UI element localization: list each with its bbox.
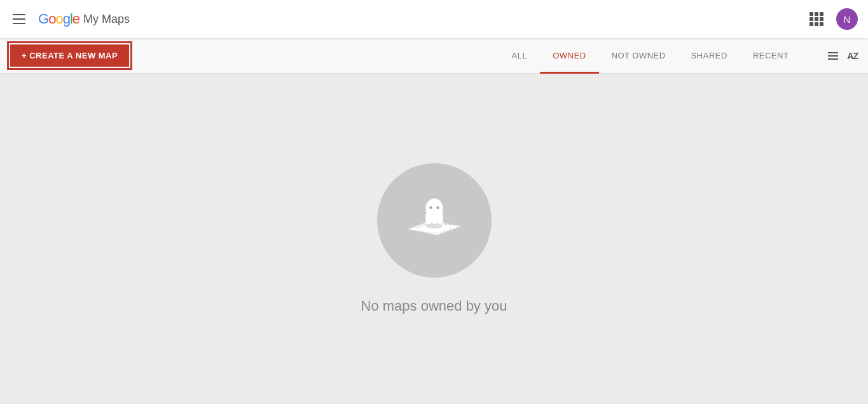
app-name: My Maps [83, 13, 130, 26]
sort-az-icon[interactable]: AZ [847, 51, 858, 61]
toolbar: + CREATE A NEW MAP ALL OWNED NOT OWNED S… [0, 38, 868, 74]
tab-shared[interactable]: SHARED [679, 38, 740, 74]
app-header: Google My Maps N [0, 0, 868, 38]
apps-icon[interactable] [809, 12, 823, 26]
svg-rect-6 [425, 213, 443, 223]
svg-rect-1 [828, 55, 838, 57]
empty-state-message: No maps owned by you [361, 298, 507, 314]
create-new-map-button[interactable]: + CREATE A NEW MAP [10, 44, 129, 67]
filter-tabs: ALL OWNED NOT OWNED SHARED RECENT [499, 38, 802, 74]
svg-point-7 [429, 206, 432, 210]
header-left: Google My Maps [10, 11, 130, 27]
tab-recent[interactable]: RECENT [740, 38, 801, 74]
user-avatar[interactable]: N [836, 8, 858, 30]
tab-not-owned[interactable]: NOT OWNED [599, 38, 679, 74]
main-content: No maps owned by you [0, 74, 868, 404]
menu-button[interactable] [10, 11, 28, 27]
tab-all[interactable]: ALL [499, 38, 541, 74]
app-logo: Google My Maps [38, 11, 130, 27]
svg-rect-2 [828, 58, 838, 60]
svg-rect-0 [828, 52, 838, 53]
view-controls: AZ [827, 50, 858, 62]
tab-owned[interactable]: OWNED [540, 38, 598, 74]
svg-point-9 [426, 224, 443, 229]
list-view-icon[interactable] [827, 50, 839, 62]
header-right: N [809, 8, 858, 30]
google-wordmark: Google [38, 11, 79, 27]
empty-state-illustration [377, 163, 492, 278]
empty-ghost-map-svg [399, 185, 469, 255]
svg-point-8 [436, 206, 439, 210]
